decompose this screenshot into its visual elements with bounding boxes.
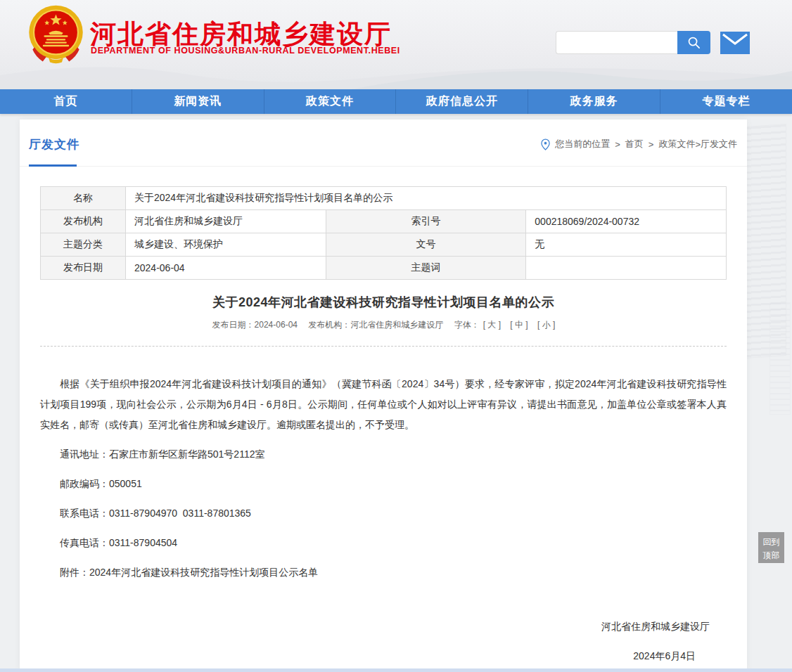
contact-postcode: 邮政编码：050051 [40,474,727,494]
back-to-top-label-line2: 顶部 [758,549,784,562]
location-pin-icon [541,138,550,150]
search-icon [687,36,701,49]
breadcrumb-current: 厅发文件 [701,138,737,150]
site-subtitle: DEPARTMENT OF HOUSING&URBAN-RURAL DEVELO… [91,46,400,56]
search-button[interactable] [677,31,710,54]
nav-item-news[interactable]: 新闻资讯 [132,89,264,114]
page-title-underline [29,164,77,167]
name-label: 名称 [41,187,126,210]
docnum-value: 无 [526,233,727,257]
page-title: 厅发文件 [29,136,79,153]
mail-button[interactable] [720,32,750,54]
keyword-label: 主题词 [326,257,526,280]
breadcrumb-policy[interactable]: 政策文件 [658,138,695,150]
org-value: 河北省住房和城乡建设厅 [126,210,326,233]
date-value: 2024-06-04 [126,257,326,280]
article-title: 关于2024年河北省建设科技研究指导性计划项目名单的公示 [20,294,747,311]
back-to-top-button[interactable]: 回到 顶部 [758,532,784,563]
font-size-large-button[interactable]: [ 大 ] [483,320,501,330]
contact-fax: 传真电话：0311-87904504 [40,533,727,553]
attachment-label: 附件： [60,567,89,578]
breadcrumb-home[interactable]: 首页 [625,138,644,150]
page: 河北省住房和城乡建设厅 DEPARTMENT OF HOUSING&URBAN-… [0,0,792,672]
search-bar [556,31,710,54]
breadcrumb-row: 厅发文件 您当前的位置 > 首页 > 政策文件 > 厅发文件 [20,119,747,167]
attachment-link[interactable]: 2024年河北省建设科技研究指导性计划项目公示名单 [89,567,318,578]
org-label: 发布机构 [41,210,126,233]
site-header: 河北省住房和城乡建设厅 DEPARTMENT OF HOUSING&URBAN-… [0,0,792,89]
article-meta-org: 发布机构：河北省住房和城乡建设厅 [308,320,443,330]
contact-phone: 联系电话：0311-87904970 0311-87801365 [40,503,727,524]
signature-organization: 河北省住房和城乡建设厅 [40,616,727,637]
topic-label: 主题分类 [41,233,126,257]
table-row-name: 名称 关于2024年河北省建设科技研究指导性计划项目名单的公示 [41,187,727,210]
table-row-topic-docnum: 主题分类 城乡建设、环境保护 文号 无 [41,233,727,257]
nav-item-special[interactable]: 专题专栏 [660,89,792,114]
building-sketch-decoration-small [769,302,791,415]
breadcrumb-separator: > [615,139,620,150]
signature-date: 2024年6月4日 [40,646,727,666]
docnum-label: 文号 [326,233,526,257]
article-meta-font-label: 字体： [454,320,480,330]
breadcrumb: 您当前的位置 > 首页 > 政策文件 > 厅发文件 [541,138,737,150]
breadcrumb-separator: > [649,139,654,150]
nav-item-gov-info[interactable]: 政府信息公开 [396,89,528,114]
nav-item-services[interactable]: 政务服务 [528,89,660,114]
font-size-medium-button[interactable]: [ 中 ] [510,320,528,330]
article-paragraph: 根据《关于组织申报2024年河北省建设科技计划项目的通知》（冀建节科函〔2024… [40,374,727,435]
mail-icon [720,32,750,54]
date-label: 发布日期 [41,257,126,280]
table-row-date-keyword: 发布日期 2024-06-04 主题词 [41,257,727,280]
article-body: 根据《关于组织申报2024年河北省建设科技计划项目的通知》（冀建节科函〔2024… [40,374,727,666]
nav-item-home[interactable]: 首页 [0,89,132,114]
search-input[interactable] [556,31,677,54]
footer-strip [0,668,792,672]
article-meta-date: 发布日期：2024-06-04 [212,320,298,330]
contact-address: 通讯地址：石家庄市新华区新华路501号2112室 [40,444,727,465]
index-value: 000218069/2024-00732 [526,210,727,233]
keyword-value [526,257,727,280]
name-value: 关于2024年河北省建设科技研究指导性计划项目名单的公示 [126,187,727,210]
table-row-org-index: 发布机构 河北省住房和城乡建设厅 索引号 000218069/2024-0073… [41,210,727,233]
document-info-table: 名称 关于2024年河北省建设科技研究指导性计划项目名单的公示 发布机构 河北省… [40,186,727,280]
attachment-line: 附件：2024年河北省建设科技研究指导性计划项目公示名单 [40,562,727,583]
article-meta: 发布日期：2024-06-04 发布机构：河北省住房和城乡建设厅 字体：[ 大 … [20,319,747,331]
national-emblem-logo [26,4,86,64]
breadcrumb-separator: > [695,139,701,150]
nav-item-policy[interactable]: 政策文件 [264,89,397,114]
breadcrumb-location-label: 您当前的位置 [555,138,610,150]
index-label: 索引号 [326,210,526,233]
main-nav: 首页 新闻资讯 政策文件 政府信息公开 政务服务 专题专栏 [0,89,792,114]
topic-value: 城乡建设、环境保护 [126,233,326,257]
meta-divider [40,346,727,347]
back-to-top-label-line1: 回到 [758,536,784,549]
content-panel: 厅发文件 您当前的位置 > 首页 > 政策文件 > 厅发文件 名称 关于2024… [20,119,747,672]
font-size-small-button[interactable]: [ 小 ] [537,320,555,330]
